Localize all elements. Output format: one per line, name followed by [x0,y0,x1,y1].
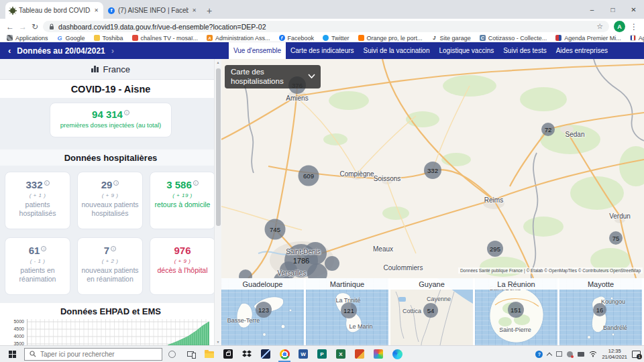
bookmark-orange-pro[interactable]: Orange pro, le port... [358,35,423,42]
info-icon[interactable]: i [111,246,116,251]
tab-title: Tableau de bord COVID-19 Suivi [19,7,91,14]
photos-app-button[interactable] [369,346,388,362]
excel-button[interactable]: X [331,346,350,362]
action-center-icon[interactable]: 1 [632,351,641,358]
marker-mayotte[interactable]: 16 [593,303,606,316]
map-marker-soissons[interactable]: 332 [424,162,441,179]
map-marker-cluster[interactable] [325,256,339,271]
map-layer-dropdown[interactable]: Carte des hospitalisations [225,65,321,88]
reload-button[interactable]: ↻ [32,22,38,32]
bookmark-applications[interactable]: Applications [7,35,48,42]
publisher-button[interactable]: P [313,346,331,362]
start-button[interactable] [0,346,24,362]
help-icon[interactable]: ? [535,351,543,358]
search-input[interactable] [40,351,148,358]
publisher-icon: P [317,349,327,359]
dark-app-button[interactable] [256,346,275,362]
cortana-button[interactable] [162,346,181,362]
previous-day-button[interactable]: ‹ [8,46,11,56]
marker-la-reunion[interactable]: 151 [508,302,524,318]
tab-covid-dashboard[interactable]: Tableau de bord COVID-19 Suivi ✕ [5,2,103,19]
bookmark-facebook[interactable]: fFacebook [279,35,315,42]
close-icon[interactable]: ✕ [94,7,99,13]
omnibox[interactable]: dashboard.covid19.data.gouv.fr/vue-d-ens… [43,21,609,32]
minimize-button[interactable]: – [582,0,602,19]
city-label-coulommiers: Coulommiers [384,264,423,272]
bookmark-google[interactable]: GGoogle [57,35,85,42]
territory-guyane[interactable]: Guyane Cayenne Cottica 54 [390,278,473,345]
marker-martinique[interactable]: 121 [341,302,357,318]
forward-button[interactable]: → [19,22,27,32]
marker-guyane[interactable]: 54 [423,303,438,318]
sidebar-scrollbar[interactable]: ▲ ▼ [214,59,221,345]
close-window-button[interactable]: ✕ [623,0,644,19]
stat-label: décès à l'hôpital [150,266,215,275]
stat-card-hospitalises: 332i ( + 1 ) patients hospitalisés [5,172,70,229]
nav-tab-suivi-des-tests[interactable]: Suivi des tests [498,42,551,59]
bookmark-chaines-tv[interactable]: chaînes TV - mosaï... [132,35,198,42]
territory-guadeloupe[interactable]: Guadeloupe 123 Basse-Terre [221,278,304,345]
tray-expand-icon[interactable] [547,352,552,357]
microsoft-store-button[interactable] [219,346,237,362]
info-icon[interactable]: i [124,110,129,115]
nav-tab-vue-d-ensemble[interactable]: Vue d'ensemble [229,42,286,59]
territory-la-reunion[interactable]: Saint-Denis La Réunion 151 Saint-Pierre [475,278,557,345]
close-icon[interactable]: ✕ [192,7,197,13]
new-tab-button[interactable]: + [201,2,217,19]
nav-tab-suivi-vaccination[interactable]: Suivi de la vaccination [359,42,435,59]
map-marker-west[interactable]: 745 [265,219,286,240]
bookmark-agenda-president[interactable]: Agenda du Préside... [630,35,644,42]
wifi-icon[interactable] [589,351,597,357]
scroll-down-icon[interactable]: ▼ [217,339,220,345]
section-heading-ehpad: Données EHPAD et EMS [0,303,221,319]
edge-button[interactable] [388,346,407,362]
stat-delta: ( + 2 ) [78,258,142,264]
next-day-button[interactable]: › [111,46,114,56]
back-button[interactable]: ← [6,22,14,32]
tray-icon[interactable] [556,351,562,357]
map-marker-champagne[interactable]: 295 [487,241,503,257]
marker-guadeloupe[interactable]: 123 [256,302,272,318]
folder-icon [94,35,100,41]
tab-facebook[interactable]: f (7) AISNE INFO | Facebook ✕ [103,2,201,19]
media-app-button[interactable] [350,346,369,362]
bookmark-toshiba[interactable]: Toshiba [94,35,123,42]
nav-tab-carte-des-indicateurs[interactable]: Carte des indicateurs [286,42,359,59]
nav-tab-logistique-vaccins[interactable]: Logistique vaccins [434,42,498,59]
map-marker-verdun[interactable]: 75 [609,231,623,245]
bookmark-administration[interactable]: AAdministration Ass... [207,35,270,42]
flags-icon [555,35,561,41]
profile-avatar[interactable]: A [614,21,625,32]
word-button[interactable]: W [294,346,313,362]
browser-menu-icon[interactable]: ⋮ [630,22,638,32]
bookmark-star-icon[interactable]: ☆ [596,22,603,31]
info-icon[interactable]: i [113,180,119,186]
info-icon[interactable]: i [44,180,50,186]
map-marker-sedan[interactable]: 72 [541,123,555,136]
info-icon[interactable]: i [193,180,199,186]
task-view-button[interactable] [181,346,200,362]
info-icon[interactable]: i [41,246,46,251]
scrollbar-thumb[interactable] [216,68,221,226]
search-icon [30,351,36,357]
dropbox-button[interactable] [237,346,256,362]
bookmark-site-garage[interactable]: JSite garage [431,35,471,42]
tray-icon[interactable] [578,352,584,357]
scroll-up-icon[interactable]: ▲ [217,59,220,66]
region-selector[interactable]: France [0,59,221,80]
taskbar-search[interactable] [24,348,162,361]
taskbar-clock[interactable]: 12:35 21/04/2021 [602,348,627,361]
bookmark-twitter[interactable]: Twitter [323,35,350,42]
tray-icon-alert[interactable] [567,351,573,357]
map-marker-compiegne[interactable]: 609 [299,166,319,186]
bookmark-agenda-premier-ministre[interactable]: Agenda Premier Mi... [555,35,621,42]
restore-button[interactable]: □ [602,0,623,19]
hospitalisations-map[interactable]: 376 72 609 332 745 1786 295 75 Amiens Se… [221,59,644,278]
file-explorer-button[interactable] [200,346,219,362]
territory-mayotte[interactable]: Mayotte Koungou 16 Bandrélé [559,278,642,345]
territory-martinique[interactable]: Martinique La Trinité 121 Le Marin [306,278,388,345]
chrome-button[interactable] [275,346,294,362]
nav-tab-aides-entreprises[interactable]: Aides entreprises [551,42,612,59]
bookmark-cotizasso[interactable]: CCotizasso - Collecte... [480,35,547,42]
map-marker-cluster[interactable] [239,269,252,278]
